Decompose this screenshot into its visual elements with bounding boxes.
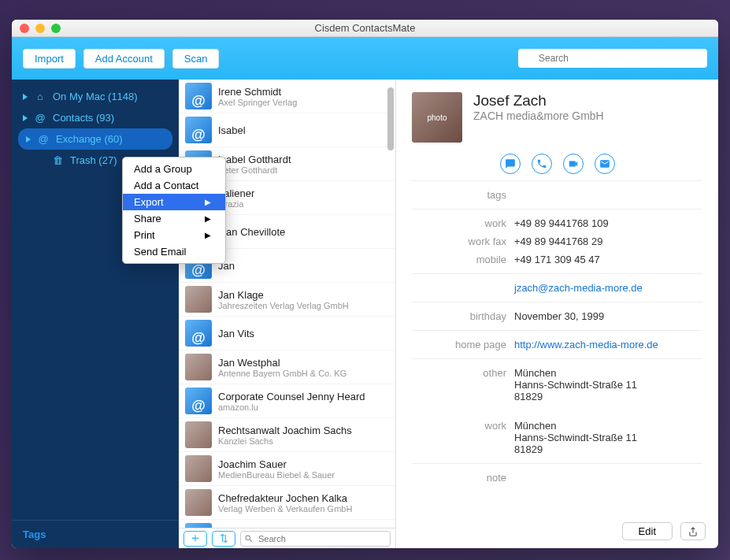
contact-list-panel: @Irene SchmidtAxel Springer Verlag@Isabe… [179,80,396,548]
menu-item-label: Export [134,196,164,208]
birthday-value: November 30, 1999 [514,310,702,322]
menu-item-label: Add a Contact [134,180,198,191]
menu-item-label: Add a Group [134,163,192,175]
field-label: tags [412,189,514,201]
share-icon [687,526,699,537]
avatar [185,286,212,313]
field-label: home page [412,339,514,350]
contact-row[interactable]: @Irene SchmidtAxel Springer Verlag [179,80,395,113]
contact-row[interactable]: @Joerg HeidrichHeise Zeitschriften Verla… [179,520,395,528]
contact-row[interactable]: Rechtsanwalt Joachim SachsKanzlei Sachs [179,418,395,452]
contact-name: Jan Klage [218,289,349,301]
titlebar: Cisdem ContactsMate [12,20,718,37]
menu-item-label: Print [134,229,155,241]
sidebar-item-label: Contacts (93) [53,112,114,124]
contact-list-footer: ＋ ⇅ [179,528,395,548]
trash-icon: 🗑 [51,154,64,166]
add-account-button[interactable]: Add Account [83,49,165,69]
avatar: @ [185,83,212,109]
edit-button[interactable]: Edit [622,522,673,540]
homepage-value[interactable]: http://www.zach-media-more.de [514,339,658,350]
disclosure-icon [23,115,28,121]
toolbar-search [518,49,707,68]
search-icon [244,534,254,543]
at-icon: @ [34,112,46,124]
menu-item[interactable]: Add a Group [123,161,225,177]
contact-name: Jan Westphal [218,357,346,369]
field-value: +49 171 309 45 47 [514,254,702,265]
avatar: @ [185,320,212,347]
field-label: work [412,217,514,229]
contact-row[interactable]: Jan WestphalAntenne Bayern GmbH & Co. KG [179,350,395,384]
field-label: note [412,472,514,484]
scan-button[interactable]: Scan [172,49,220,69]
video-action[interactable] [563,154,584,174]
add-contact-button[interactable]: ＋ [183,531,207,547]
at-icon: @ [37,133,50,145]
address-value: MünchenHanns-Schwindt-Straße 1181829 [514,367,702,402]
sidebar-item[interactable]: @Exchange (60) [18,128,172,150]
contact-name: Josef Zach [473,92,604,109]
field-value: +49 89 9441768 29 [514,235,702,247]
submenu-arrow-icon: ▶ [205,231,211,239]
contact-name: Chefredakteur Jochen Kalka [218,492,352,504]
menu-item-label: Send Email [134,246,186,258]
toolbar: Import Add Account Scan [12,37,718,80]
contact-subtitle: Antenne Bayern GmbH & Co. KG [218,369,346,378]
address-value: MünchenHanns-Schwindt-Straße 1181829 [514,420,702,455]
share-button[interactable] [680,522,706,540]
menu-item[interactable]: Print▶ [123,227,225,243]
avatar: @ [185,388,212,414]
contact-list-scrollbar[interactable] [387,87,394,150]
home-icon: ⌂ [34,91,46,102]
window-title: Cisdem ContactsMate [12,22,718,34]
contact-avatar: photo [412,92,462,143]
contact-row[interactable]: @Corporate Counsel Jenny Heardamazon.lu [179,384,395,418]
disclosure-icon [26,136,31,143]
contact-subtitle: Jahreszeiten Verlag Verlag GmbH [218,301,349,310]
menu-item[interactable]: Export▶ [123,194,225,210]
contact-organization: ZACH media&more GmbH [473,109,604,122]
contact-row[interactable]: Jan KlageJahreszeiten Verlag Verlag GmbH [179,283,395,317]
sort-button[interactable]: ⇅ [212,531,235,547]
email-action[interactable] [595,154,615,174]
avatar [185,421,212,448]
contact-name: Corporate Counsel Jenny Heard [218,391,365,402]
menu-item[interactable]: Add a Contact [123,177,225,194]
contact-row[interactable]: @Isabel [179,113,395,147]
contact-subtitle: Kanzlei Sachs [218,436,352,446]
email-value[interactable]: jzach@zach-media-more.de [514,282,643,294]
submenu-arrow-icon: ▶ [205,198,211,206]
menu-item[interactable]: Share▶ [123,210,225,227]
field-value: +49 89 9441768 109 [514,217,702,229]
contact-name: Irene Schmidt [218,86,297,98]
contact-detail-panel: photo Josef Zach ZACH media&more GmbH ta… [396,80,718,548]
disclosure-icon [23,94,28,100]
contact-name: Isabel Gotthardt [218,154,291,165]
menu-item[interactable]: Send Email [123,243,225,260]
call-action[interactable] [532,154,552,174]
field-label: birthday [412,310,514,322]
contact-row[interactable]: @Jan Vits [179,317,395,350]
avatar [185,354,212,380]
contact-row[interactable]: Joachim SauerMedienBureau Biebel & Sauer [179,452,395,486]
contact-name: Joachim Sauer [218,458,335,470]
sidebar-item[interactable]: @Contacts (93) [12,107,179,128]
sidebar-item-label: On My Mac (1148) [53,91,138,102]
sidebar-item[interactable]: ⌂On My Mac (1148) [12,86,179,107]
sidebar-item-label: Trash (27) [70,154,117,166]
import-button[interactable]: Import [23,49,76,69]
contact-row[interactable]: Chefredakteur Jochen KalkaVerlag Werben … [179,486,395,520]
contact-name: Isabel [218,124,246,136]
contact-subtitle: Verlag Werben & Verkaufen GmbH [218,504,352,514]
search-input[interactable] [518,49,707,68]
message-action[interactable] [500,154,521,174]
avatar [185,489,212,516]
menu-item-label: Share [134,213,161,224]
field-label: work [412,420,514,455]
contact-name: Ivan Chevillote [218,226,285,238]
contact-name: Rechtsanwalt Joachim Sachs [218,425,352,436]
avatar: @ [185,117,212,143]
contact-search-input[interactable] [240,531,391,547]
sidebar: ⌂On My Mac (1148)@Contacts (93)@Exchange… [12,80,179,548]
